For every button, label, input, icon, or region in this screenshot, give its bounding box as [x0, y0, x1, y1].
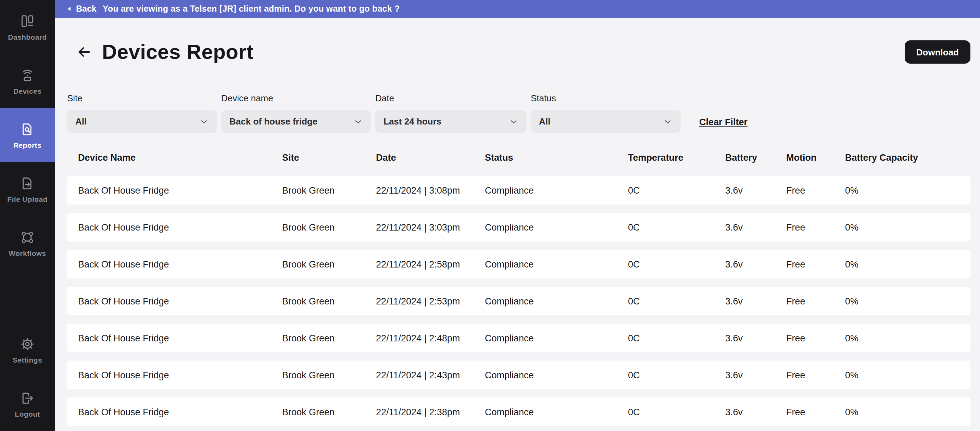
date-select-value: Last 24 hours [383, 116, 441, 127]
table-row: Back Of House FridgeBrook Green22/11/202… [67, 287, 970, 315]
status-select-value: All [539, 116, 550, 127]
cell-date: 22/11/2024 | 2:58pm [376, 259, 485, 269]
cell-motion: Free [786, 370, 845, 380]
banner-back-button[interactable]: Back [66, 4, 97, 14]
cell-date: 22/11/2024 | 2:48pm [376, 333, 485, 343]
cell-temperature: 0C [628, 370, 725, 380]
cell-battery: 3.6v [725, 333, 786, 343]
cell-device-name: Back Of House Fridge [78, 333, 282, 343]
cell-date: 22/11/2024 | 3:03pm [376, 222, 485, 232]
filter-status-label: Status [531, 93, 681, 104]
main-area: Back You are viewing as a Telsen [JR] cl… [55, 0, 980, 431]
clear-filter-link[interactable]: Clear Filter [699, 117, 748, 127]
column-header-battery-capacity: Battery Capacity [845, 152, 970, 163]
column-header-site: Site [282, 152, 376, 163]
cell-battery-capacity: 0% [845, 259, 970, 269]
chevron-down-icon [199, 117, 209, 126]
cell-battery: 3.6v [725, 185, 786, 195]
site-select[interactable]: All [67, 110, 217, 133]
page-content: Devices Report Download Site All Device … [55, 18, 980, 431]
cell-device-name: Back Of House Fridge [78, 296, 282, 306]
devices-table: Device NameSiteDateStatusTemperatureBatt… [67, 151, 970, 426]
cell-site: Brook Green [282, 407, 376, 417]
cell-device-name: Back Of House Fridge [78, 222, 282, 232]
cell-motion: Free [786, 296, 845, 306]
chevron-down-icon [509, 117, 519, 126]
sidebar-item-workflows[interactable]: Workflows [0, 216, 55, 270]
impersonation-banner: Back You are viewing as a Telsen [JR] cl… [55, 0, 980, 18]
cell-date: 22/11/2024 | 3:08pm [376, 185, 485, 195]
cell-site: Brook Green [282, 259, 376, 269]
table-row: Back Of House FridgeBrook Green22/11/202… [67, 213, 970, 241]
cell-battery: 3.6v [725, 296, 786, 306]
page-header: Devices Report Download [67, 40, 970, 64]
device-name-select-value: Back of house fridge [229, 116, 317, 127]
site-select-value: All [75, 116, 87, 127]
cell-status: Compliance [485, 370, 628, 380]
cell-temperature: 0C [628, 185, 725, 195]
cell-temperature: 0C [628, 333, 725, 343]
filter-site: Site All [67, 93, 217, 133]
table-row: Back Of House FridgeBrook Green22/11/202… [67, 250, 970, 279]
sidebar-item-devices[interactable]: Devices [0, 54, 55, 108]
cell-site: Brook Green [282, 333, 376, 343]
cell-battery-capacity: 0% [845, 407, 970, 417]
banner-back-label: Back [76, 4, 97, 14]
cell-motion: Free [786, 185, 845, 195]
cell-date: 22/11/2024 | 2:38pm [376, 407, 485, 417]
file-upload-icon [20, 176, 35, 190]
cell-battery-capacity: 0% [845, 370, 970, 380]
logout-icon [20, 390, 35, 405]
sidebar-item-label: Reports [13, 141, 41, 149]
table-row: Back Of House FridgeBrook Green22/11/202… [67, 323, 970, 352]
filter-device-name: Device name Back of house fridge [221, 93, 371, 133]
sidebar-item-dashboard[interactable]: Dashboard [0, 0, 55, 54]
column-header-date: Date [376, 152, 485, 163]
banner-message: You are viewing as a Telsen [JR] client … [103, 4, 400, 14]
cell-device-name: Back Of House Fridge [78, 259, 282, 269]
filter-date: Date Last 24 hours [375, 93, 527, 133]
cell-temperature: 0C [628, 259, 725, 269]
sidebar-item-reports[interactable]: Reports [0, 108, 55, 162]
cell-battery-capacity: 0% [845, 296, 970, 306]
sidebar-item-label: File Upload [7, 195, 48, 203]
sidebar-item-logout[interactable]: Logout [0, 377, 55, 431]
cell-device-name: Back Of House Fridge [78, 185, 282, 195]
table-body: Back Of House FridgeBrook Green22/11/202… [67, 176, 970, 426]
sidebar-item-file-upload[interactable]: File Upload [0, 162, 55, 216]
cell-battery: 3.6v [725, 370, 786, 380]
workflows-icon [20, 230, 35, 245]
cell-temperature: 0C [628, 222, 725, 232]
cell-site: Brook Green [282, 222, 376, 232]
sidebar-footer-nav: SettingsLogout [0, 323, 55, 431]
cell-date: 22/11/2024 | 2:43pm [376, 370, 485, 380]
column-header-status: Status [485, 152, 628, 163]
cell-status: Compliance [485, 259, 628, 269]
page-title: Devices Report [102, 40, 253, 64]
download-button[interactable]: Download [905, 40, 970, 63]
date-select[interactable]: Last 24 hours [375, 110, 527, 133]
cell-battery: 3.6v [725, 259, 786, 269]
cell-temperature: 0C [628, 407, 725, 417]
back-button[interactable] [77, 44, 93, 60]
cell-motion: Free [786, 259, 845, 269]
status-select[interactable]: All [531, 110, 681, 133]
chevron-down-icon [663, 117, 673, 126]
app-root: DashboardDevicesReportsFile UploadWorkfl… [0, 0, 980, 431]
filter-date-label: Date [375, 93, 527, 104]
sidebar-item-settings[interactable]: Settings [0, 323, 55, 377]
cell-status: Compliance [485, 222, 628, 232]
back-triangle-icon [66, 5, 73, 12]
cell-site: Brook Green [282, 370, 376, 380]
filter-status: Status All [531, 93, 681, 133]
column-header-motion: Motion [786, 152, 845, 163]
column-header-device-name: Device Name [78, 152, 282, 163]
cell-status: Compliance [485, 185, 628, 195]
filter-site-label: Site [67, 93, 217, 104]
device-name-select[interactable]: Back of house fridge [221, 110, 371, 133]
sidebar-nav: DashboardDevicesReportsFile UploadWorkfl… [0, 0, 55, 270]
cell-status: Compliance [485, 296, 628, 306]
cell-motion: Free [786, 333, 845, 343]
sidebar-item-label: Workflows [9, 249, 46, 257]
cell-battery-capacity: 0% [845, 222, 970, 232]
